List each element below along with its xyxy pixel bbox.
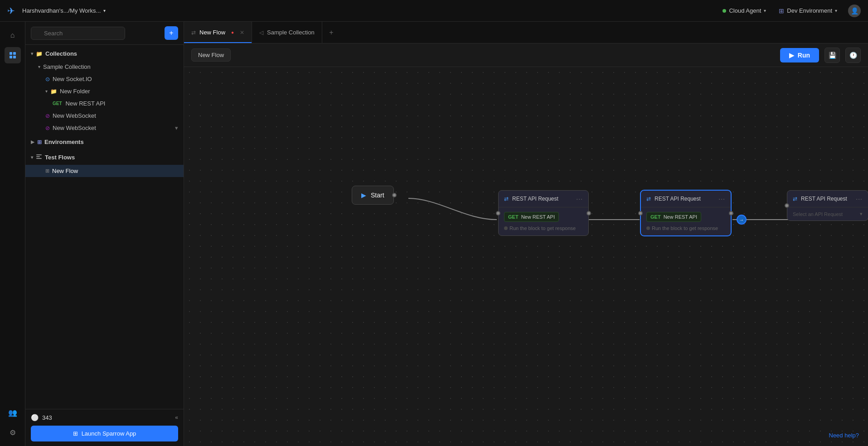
node1-menu-icon[interactable]: ··· [576,195,583,202]
collections-icon [10,52,16,58]
node1-info-dot [504,226,508,230]
test-flows-header[interactable]: ▾ Test Flows [25,150,184,165]
need-help-button[interactable]: Need help? [829,432,859,439]
env-selector[interactable]: ⊞ Dev Environment ▾ [779,7,837,14]
node2-menu-icon[interactable]: ··· [718,195,725,202]
breadcrumb-button[interactable]: New Flow [191,48,231,62]
history-button[interactable]: 🕐 [845,48,861,63]
run-play-icon: ▶ [789,52,794,59]
node2-method: GET [650,214,661,220]
websocket-2-icon: ⊘ [45,125,50,131]
workspace-chevron-icon: ▾ [103,8,106,13]
start-node[interactable]: ▶ Start [352,186,394,205]
start-label: Start [371,192,384,199]
node3-header: ⇄ REST API Request ··· [787,191,868,207]
new-flow-item[interactable]: ⊞ New Flow [25,165,184,177]
collapse-button[interactable]: « [175,414,178,421]
sidebar-home-button[interactable]: ⌂ [5,27,21,43]
tabs-bar: ⇄ New Flow ● ✕ ◁ Sample Collection + [184,22,868,43]
history-icon: 🕐 [849,52,857,59]
new-websocket-2-item[interactable]: ⊘ New WebSocket ▾ [25,122,184,134]
websocket-1-icon: ⊘ [45,113,50,119]
tab-add-button[interactable]: + [322,22,340,43]
tab1-close-icon[interactable]: ● [229,29,236,36]
node3-input-port[interactable] [785,203,789,208]
node2-input-port[interactable] [638,211,643,216]
node1-body: GET New REST API Run the block to get re… [499,207,588,235]
start-play-icon: ▶ [361,192,366,199]
flow-canvas[interactable]: → ▶ Start ⇄ REST API Request ··· GET Ne [184,67,868,446]
env-chevron-icon: ▾ [835,8,837,13]
tab-new-flow[interactable]: ⇄ New Flow ● ✕ [184,22,252,43]
node2-output-port[interactable] [729,211,733,216]
env-icon: ⊞ [779,7,784,14]
env-label: Dev Environment [787,7,832,14]
launch-btn-label: Launch Sparrow App [82,430,136,437]
flow-node-3[interactable]: ⇄ REST API Request ··· Select an API Req… [787,190,868,221]
sample-collection-item[interactable]: ▾ Sample Collection [25,61,184,73]
add-button[interactable]: + [165,26,178,40]
launch-sparrow-button[interactable]: ⊞ Launch Sparrow App [31,426,178,441]
environments-header[interactable]: ▶ ⊞ Environments [25,135,184,149]
svg-rect-2 [36,158,42,159]
new-rest-api-label: New REST API [66,100,106,107]
folder-icon: 📁 [50,88,57,95]
search-input[interactable] [31,27,125,40]
flow-node-2[interactable]: ⇄ REST API Request ··· GET New REST API … [640,190,731,236]
environments-label: Environments [44,139,84,145]
collections-folder-icon: 📁 [36,51,43,57]
toolbar: New Flow ▶ Run 💾 🕐 [184,43,868,67]
run-label: Run [798,52,810,59]
node1-icon: ⇄ [504,196,509,202]
topbar: ✈ Harshvardhan's.../My Works... ▾ Cloud … [0,0,868,22]
node3-placeholder-text: Select an API Request [793,211,843,217]
collections-header[interactable]: ▾ 📁 Collections [25,47,184,61]
cloud-agent-selector[interactable]: Cloud Agent ▾ [723,7,766,14]
add-icon: + [169,29,173,37]
node3-placeholder[interactable]: Select an API Request ▾ [787,207,868,221]
flow-section-icon [36,153,42,161]
save-button[interactable]: 💾 [824,48,840,63]
user-avatar[interactable]: 👤 [848,5,861,17]
user-icon: 👤 [851,7,858,14]
new-folder-item[interactable]: ▾ 📁 New Folder [25,85,184,97]
need-help-label: Need help? [829,432,859,439]
new-websocket-1-label: New WebSocket [53,112,96,119]
node2-api-name: New REST API [664,214,697,220]
node1-output-port[interactable] [587,211,591,216]
node2-footer-text: Run the block to get response [652,225,718,231]
node2-body: GET New REST API Run the block to get re… [641,207,731,235]
sidebar-settings-button[interactable]: ⚙ [5,424,21,441]
new-rest-api-item[interactable]: GET New REST API [25,97,184,110]
start-output-port[interactable] [392,193,397,197]
sidebar-users-button[interactable]: 👥 [5,404,21,421]
collections-label: Collections [45,50,77,57]
node2-footer: Run the block to get response [646,225,725,231]
node1-method-pill: GET New REST API [504,212,559,222]
node2-info-dot [646,226,650,230]
new-socket-io-item[interactable]: ⊙ New Socket.IO [25,73,184,85]
cloud-agent-label: Cloud Agent [729,7,761,14]
node1-footer: Run the block to get response [504,225,583,231]
sample-collection-arrow-icon: ▾ [38,64,40,69]
node1-input-port[interactable] [496,211,500,216]
workspace-selector[interactable]: Harshvardhan's.../My Works... ▾ [22,7,106,14]
tab-add-icon: + [329,29,333,37]
node1-api-name: New REST API [521,214,555,220]
node3-menu-icon[interactable]: ··· [856,195,863,202]
run-button[interactable]: ▶ Run [780,48,819,62]
folder-arrow-icon: ▾ [45,89,48,94]
collections-section: ▾ 📁 Collections ▾ Sample Collection ⊙ Ne… [25,47,184,134]
agent-status-icon [723,9,726,13]
users-icon: 👥 [8,408,17,417]
breadcrumb-label: New Flow [198,52,224,58]
sidebar-collections-button[interactable] [5,47,21,63]
tab2-icon: ◁ [259,29,263,36]
tab-sample-collection[interactable]: ◁ Sample Collection [252,22,322,43]
search-bar: 🔍 + [25,22,184,45]
tab1-close-x-icon[interactable]: ✕ [240,29,244,36]
flow-node-1[interactable]: ⇄ REST API Request ··· GET New REST API … [498,190,589,236]
collections-arrow-icon: ▾ [31,51,33,56]
new-websocket-1-item[interactable]: ⊘ New WebSocket [25,110,184,122]
test-flows-label: Test Flows [45,154,75,161]
